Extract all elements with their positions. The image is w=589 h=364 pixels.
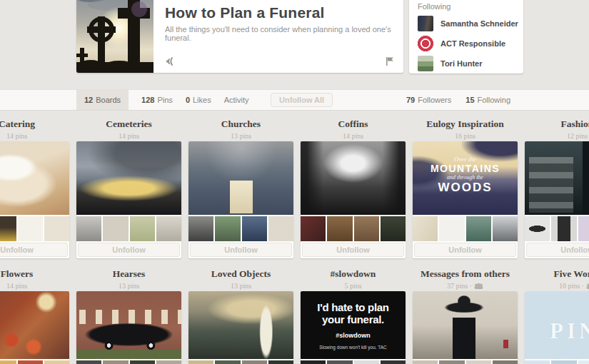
mini-thumbnail[interactable] [466,216,491,241]
tab-activity[interactable]: Activity [224,96,249,104]
tab-pins[interactable]: 128 Pins [141,96,173,104]
mini-thumbnail[interactable] [18,216,43,241]
mini-thumbnail[interactable] [188,360,213,364]
board-title[interactable]: Fashion [525,118,589,130]
board-thumbnail-card: I'd hate to planyour funeral.#slowdownSl… [301,291,406,364]
unfollow-button[interactable]: Unfollow [78,243,180,257]
mini-thumbnail[interactable] [44,360,69,364]
board-cover[interactable] [301,141,406,215]
following-user-row[interactable]: Tori Hunter [418,56,482,71]
board-cover[interactable] [413,291,518,359]
mini-thumbnail[interactable] [215,216,240,241]
unfollow-button[interactable]: Unfollow [302,243,404,257]
board-cover[interactable]: PINEBOX [525,291,589,359]
mini-thumbnail[interactable] [381,360,406,364]
profile-cover-image[interactable] [76,0,153,73]
likes-label: Likes [193,96,211,104]
board-title[interactable]: Coffins [301,118,406,130]
mini-thumbnail[interactable] [103,216,128,241]
board-cover[interactable] [188,141,293,215]
board-title[interactable]: Hearses [76,268,181,280]
board-thumbnail-card: Unfollow [188,141,293,258]
mini-thumbnail[interactable] [301,360,326,364]
mini-thumbnail[interactable] [0,360,16,364]
board-header: Eulogy Inspiration 16 pins [413,118,518,140]
mini-thumbnail[interactable] [525,216,550,241]
mini-thumbnail[interactable] [439,216,464,241]
board-mini-thumbnails [188,216,293,241]
unfollow-button[interactable]: Unfollow [414,243,516,257]
mini-thumbnail[interactable] [242,216,267,241]
board-title[interactable]: Flowers [0,268,69,280]
mini-thumbnail[interactable] [156,216,181,241]
board-cover[interactable] [76,141,181,215]
boards-count: 12 [84,96,93,104]
board-card: Churches 13 pins [188,118,293,258]
mini-thumbnail[interactable] [76,216,101,241]
mini-thumbnail[interactable] [268,216,293,241]
mini-thumbnail[interactable] [354,360,379,364]
mini-thumbnail[interactable] [381,216,406,241]
board-cover[interactable]: I'd hate to planyour funeral.#slowdownSl… [301,291,406,359]
followers-stat[interactable]: 79 Followers [406,96,451,104]
mini-thumbnail[interactable] [76,360,101,364]
board-cover[interactable] [0,291,69,359]
cover-text: PINE [550,318,589,344]
mini-thumbnail[interactable] [242,360,267,364]
board-pins-line: 37 pins · [413,282,518,290]
tab-boards[interactable]: 12 Boards [76,90,129,110]
board-pins-count: 16 pins [455,132,475,140]
mini-thumbnail[interactable] [301,216,326,241]
mini-thumbnail[interactable] [551,216,576,241]
mini-thumbnail[interactable] [439,360,464,364]
board-title[interactable]: Messages from others [413,268,518,280]
mini-thumbnail[interactable] [44,216,69,241]
board-title[interactable]: Cemeteries [76,118,181,130]
mini-thumbnail[interactable] [18,360,43,364]
mini-thumbnail[interactable] [103,360,128,364]
mini-thumbnail[interactable] [551,360,576,364]
mini-thumbnail[interactable] [493,216,518,241]
tab-likes[interactable]: 0 Likes [186,96,211,104]
mini-thumbnail[interactable] [188,216,213,241]
mini-thumbnail[interactable] [525,360,550,364]
board-title[interactable]: Loved Objects [188,268,293,280]
unfollow-button[interactable]: Unfollow [526,243,589,257]
mini-thumbnail[interactable] [578,216,589,241]
board-cover[interactable] [525,141,589,215]
mini-thumbnail[interactable] [413,360,438,364]
board-cover[interactable] [188,291,293,359]
mini-thumbnail[interactable] [578,360,589,364]
board-title[interactable]: Churches [188,118,293,130]
mini-thumbnail[interactable] [130,216,155,241]
board-title[interactable]: Eulogy Inspiration [413,118,518,130]
unfollow-all-button[interactable]: Unfollow All [271,93,333,107]
board-mini-thumbnails [76,216,181,241]
cover-text: Over the [413,156,518,163]
board-title[interactable]: #slowdown [301,268,406,280]
rss-icon[interactable] [165,56,176,66]
mini-thumbnail[interactable] [130,360,155,364]
board-pins-count: 10 pins · [559,282,584,290]
mini-thumbnail[interactable] [327,360,352,364]
mini-thumbnail[interactable] [493,360,518,364]
board-cover[interactable] [0,141,69,215]
mini-thumbnail[interactable] [327,216,352,241]
board-title[interactable]: Five Words [525,268,589,280]
flag-icon[interactable] [386,56,394,66]
board-title[interactable]: Catering [0,118,69,130]
following-user-row[interactable]: Samantha Schneider [418,16,518,31]
following-user-row[interactable]: ACT Responsible [418,36,505,51]
mini-thumbnail[interactable] [466,360,491,364]
mini-thumbnail[interactable] [0,216,16,241]
unfollow-button[interactable]: Unfollow [0,243,68,257]
board-cover[interactable]: Over theMOUNTAINSand through theWOODS [413,141,518,215]
board-cover[interactable] [76,291,181,359]
unfollow-button[interactable]: Unfollow [190,243,292,257]
mini-thumbnail[interactable] [413,216,438,241]
mini-thumbnail[interactable] [354,216,379,241]
following-stat[interactable]: 15 Following [465,96,510,104]
mini-thumbnail[interactable] [268,360,293,364]
mini-thumbnail[interactable] [215,360,240,364]
mini-thumbnail[interactable] [156,360,181,364]
